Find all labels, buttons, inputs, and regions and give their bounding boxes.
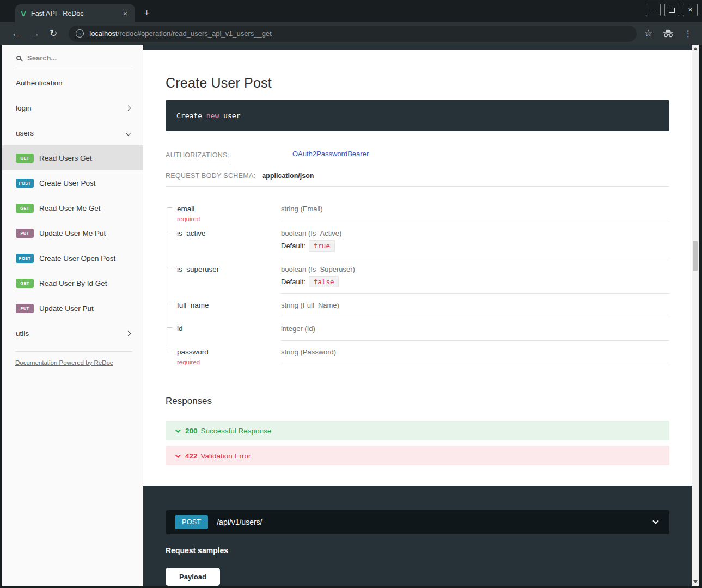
tree-tick-icon [167, 232, 172, 232]
address-bar[interactable]: i localhost /redoc#operation/read_users_… [69, 26, 637, 42]
url-path: /redoc#operation/read_users_api_v1_users… [118, 29, 272, 38]
field-type: string (Full_Name) [281, 301, 669, 309]
maximize-button[interactable] [664, 4, 679, 16]
schema-row-id: id integer (Id) [166, 317, 669, 341]
post-method-badge: POST [175, 515, 208, 529]
close-button[interactable]: ✕ [683, 4, 698, 16]
tree-tick-icon [167, 268, 172, 268]
operation-description: Create new user [166, 100, 669, 131]
field-name[interactable]: password [177, 348, 209, 356]
toolbar-actions: ☆ ⋮ [644, 28, 692, 39]
payload-tab[interactable]: Payload [166, 568, 220, 586]
scrollbar[interactable] [692, 45, 699, 586]
scroll-down-arrow[interactable] [693, 580, 698, 583]
chevron-right-icon [126, 105, 131, 111]
sidebar-item-update-user-me-put[interactable]: PUT Update User Me Put [2, 220, 143, 246]
tab-close-icon[interactable]: × [121, 9, 130, 18]
sidebar-item-authentication[interactable]: Authentication [2, 70, 143, 95]
sidebar-item-utils[interactable]: utils [2, 321, 143, 346]
chevron-down-icon [126, 130, 131, 136]
schema-table: email required string (Email) is_active [166, 198, 669, 365]
chevron-down-icon [652, 518, 658, 524]
samples-panel: POST /api/v1/users/ Request samples Payl… [143, 486, 692, 586]
field-type: boolean (Is_Active) [281, 229, 669, 237]
required-flag: required [177, 359, 281, 365]
authorizations-label: AUTHORIZATIONS: [166, 151, 229, 162]
browser-toolbar: ← → ↻ i localhost /redoc#operation/read_… [0, 22, 702, 45]
sidebar-item-read-users-get[interactable]: GET Read Users Get [2, 145, 143, 170]
browser-tab[interactable]: V Fast API - ReDoc × [15, 4, 135, 22]
endpoint-path: /api/v1/users/ [217, 518, 654, 526]
tab-strip: V Fast API - ReDoc × + — ✕ [0, 0, 702, 22]
field-type: boolean (Is_Superuser) [281, 265, 669, 273]
page-body: Authentication login users GET Read User… [2, 45, 699, 586]
schema-row-is-active: is_active boolean (Is_Active) Default:tr… [166, 222, 669, 258]
search-icon [16, 56, 21, 60]
response-422-panel[interactable]: 422 Validation Error [166, 446, 669, 465]
sidebar-footer-divider [15, 351, 132, 352]
schema-row-is-superuser: is_superuser boolean (Is_Superuser) Defa… [166, 258, 669, 294]
menu-dots-icon[interactable]: ⋮ [684, 29, 692, 39]
back-icon[interactable]: ← [11, 28, 21, 39]
sidebar-item-create-user-open-post[interactable]: POST Create User Open Post [2, 246, 143, 271]
redoc-footer-link[interactable]: Documentation Powered by ReDoc [15, 359, 113, 366]
minimize-button[interactable]: — [646, 4, 661, 16]
incognito-icon [662, 29, 674, 38]
new-tab-button[interactable]: + [144, 8, 150, 18]
chevron-down-icon [175, 427, 181, 433]
response-200-panel[interactable]: 200 Successful Response [166, 421, 669, 440]
browser-window: V Fast API - ReDoc × + — ✕ ← → ↻ i local… [0, 0, 702, 588]
tree-tick-icon [167, 327, 172, 328]
tab-title: Fast API - ReDoc [31, 10, 121, 17]
sidebar-divider [15, 69, 132, 69]
field-name[interactable]: email [177, 205, 194, 213]
field-default: Default:true [281, 242, 669, 250]
schema-row-password: password required string (Password) [166, 341, 669, 365]
sidebar-item-login[interactable]: login [2, 95, 143, 120]
get-badge: GET [16, 154, 34, 163]
put-badge: PUT [16, 304, 34, 313]
field-name[interactable]: is_active [177, 229, 206, 237]
sidebar: Authentication login users GET Read User… [2, 45, 143, 586]
sidebar-item-update-user-put[interactable]: PUT Update User Put [2, 296, 143, 321]
scroll-up-arrow[interactable] [693, 47, 698, 50]
sidebar-item-read-user-by-id-get[interactable]: GET Read User By Id Get [2, 271, 143, 296]
tree-tick-icon [167, 207, 172, 208]
main-content: Create User Post Create new user AUTHORI… [143, 45, 692, 586]
search-input[interactable] [27, 54, 120, 62]
required-flag: required [177, 216, 281, 222]
endpoint-dropdown[interactable]: POST /api/v1/users/ [166, 510, 669, 534]
field-type: integer (Id) [281, 324, 669, 333]
field-name[interactable]: id [177, 324, 183, 333]
bookmark-star-icon[interactable]: ☆ [644, 28, 652, 39]
response-label: Validation Error [201, 452, 251, 460]
get-badge: GET [16, 204, 34, 213]
response-label: Successful Response [201, 427, 272, 435]
section-divider [166, 186, 669, 187]
site-info-icon[interactable]: i [76, 29, 84, 38]
sidebar-item-read-user-me-get[interactable]: GET Read User Me Get [2, 195, 143, 220]
chevron-right-icon [126, 330, 131, 336]
response-code: 422 [185, 452, 198, 460]
put-badge: PUT [16, 229, 34, 238]
top-dark-strip [143, 45, 692, 50]
sidebar-item-users[interactable]: users [2, 120, 143, 145]
scrollbar-thumb[interactable] [693, 241, 698, 271]
forward-icon[interactable]: → [30, 28, 40, 39]
field-type: string (Email) [281, 205, 669, 213]
reload-icon[interactable]: ↻ [50, 28, 57, 39]
authorizations-row: AUTHORIZATIONS: OAuth2PasswordBearer [166, 150, 669, 162]
tree-tick-icon [167, 351, 172, 351]
search-box[interactable] [2, 49, 143, 63]
get-badge: GET [16, 279, 34, 288]
schema-row-email: email required string (Email) [166, 198, 669, 222]
operation-article: Create User Post Create new user AUTHORI… [143, 75, 692, 465]
field-type: string (Password) [281, 348, 669, 356]
window-controls: — ✕ [646, 4, 698, 16]
response-code: 200 [185, 427, 198, 435]
field-name[interactable]: full_name [177, 301, 209, 309]
sidebar-item-create-user-post[interactable]: POST Create User Post [2, 170, 143, 195]
oauth2-link[interactable]: OAuth2PasswordBearer [292, 150, 369, 158]
favicon-icon: V [21, 9, 26, 18]
field-name[interactable]: is_superuser [177, 265, 219, 273]
